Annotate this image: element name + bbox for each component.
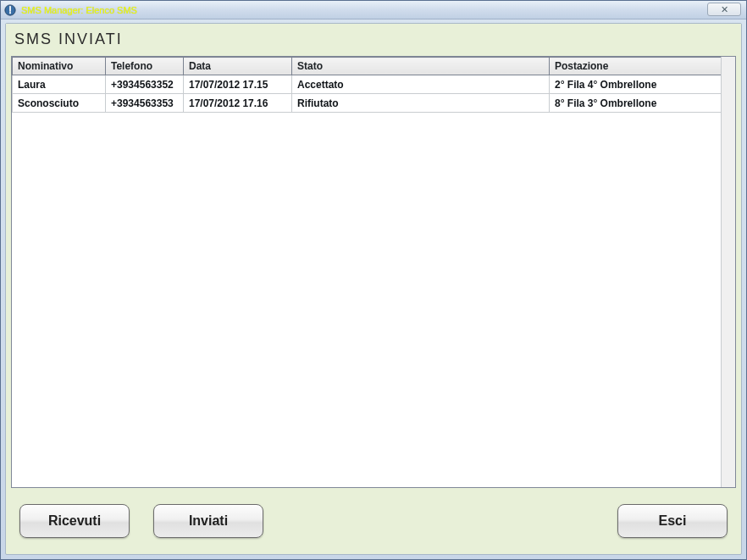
cell-data: 17/07/2012 17.16	[184, 94, 292, 113]
cell-nominativo: Laura	[13, 75, 106, 94]
app-window: SMS Manager: Elenco SMS ✕ SMS INVIATI No…	[0, 0, 747, 560]
col-header-stato[interactable]: Stato	[292, 58, 550, 75]
cell-stato: Accettato	[292, 75, 550, 94]
app-icon	[4, 4, 16, 16]
cell-data: 17/07/2012 17.15	[184, 75, 292, 94]
section-title: SMS INVIATI	[6, 24, 741, 52]
close-button[interactable]: ✕	[707, 3, 741, 16]
window-title: SMS Manager: Elenco SMS	[21, 5, 137, 15]
cell-postazione: 8° Fila 3° Ombrellone	[550, 94, 735, 113]
client-area: SMS INVIATI Nominativo Telefono Data Sta…	[5, 23, 742, 555]
sms-table: Nominativo Telefono Data Stato Postazion…	[12, 57, 735, 113]
button-bar: Ricevuti Inviati Esci	[11, 493, 736, 549]
close-icon: ✕	[721, 4, 728, 15]
ricevuti-button[interactable]: Ricevuti	[19, 504, 130, 538]
table-row[interactable]: Laura +3934563352 17/07/2012 17.15 Accet…	[13, 75, 735, 94]
col-header-postazione[interactable]: Postazione	[550, 58, 735, 75]
cell-nominativo: Sconosciuto	[13, 94, 106, 113]
col-header-nominativo[interactable]: Nominativo	[13, 58, 106, 75]
table-header-row: Nominativo Telefono Data Stato Postazion…	[13, 58, 735, 75]
titlebar[interactable]: SMS Manager: Elenco SMS ✕	[1, 1, 746, 19]
col-header-data[interactable]: Data	[184, 58, 292, 75]
sms-grid-container: Nominativo Telefono Data Stato Postazion…	[11, 56, 736, 488]
cell-telefono: +3934563352	[106, 75, 184, 94]
col-header-telefono[interactable]: Telefono	[106, 58, 184, 75]
cell-telefono: +3934563353	[106, 94, 184, 113]
inviati-button[interactable]: Inviati	[153, 504, 263, 538]
cell-stato: Rifiutato	[292, 94, 550, 113]
cell-postazione: 2° Fila 4° Ombrellone	[550, 75, 735, 94]
table-row[interactable]: Sconosciuto +3934563353 17/07/2012 17.16…	[13, 94, 735, 113]
esci-button[interactable]: Esci	[617, 504, 728, 538]
vertical-scrollbar[interactable]	[721, 57, 735, 487]
